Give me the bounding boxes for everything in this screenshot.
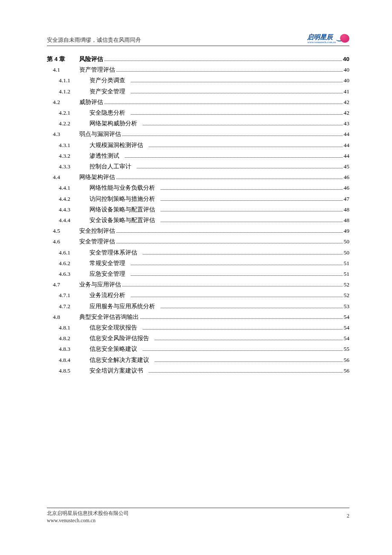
toc-leader-dots <box>161 217 343 222</box>
toc-entry: 4.6.2常规安全管理51 <box>47 258 349 269</box>
toc-entry: 4.3.1大规模漏洞检测评估44 <box>47 140 349 150</box>
toc-number: 第 4 章 <box>47 54 79 64</box>
toc-number: 4.6 <box>53 236 79 247</box>
toc-page-number: 51 <box>344 269 350 279</box>
toc-title: 安全设备策略与配置评估 <box>89 215 155 225</box>
toc-number: 4.4.2 <box>59 194 89 204</box>
toc-leader-dots <box>137 163 343 168</box>
document-page: 安全源自未雨绸缪，诚信贵在风雨同舟 启明星辰 www.venustech.com… <box>0 0 392 555</box>
toc-entry: 4.8.5安全培训方案建议书56 <box>47 365 349 376</box>
toc-leader-dots <box>116 239 343 244</box>
toc-leader-dots <box>155 335 343 340</box>
toc-entry: 4.4.2访问控制策略与措施分析47 <box>47 194 349 204</box>
toc-entry: 4.2威胁评估42 <box>47 97 349 107</box>
logo-icon <box>337 34 349 43</box>
toc-title: 业务与应用评估 <box>79 279 121 290</box>
toc-leader-dots <box>104 99 343 104</box>
toc-entry: 4.2.1安全隐患分析42 <box>47 107 349 118</box>
toc-number: 4.3.3 <box>59 161 89 172</box>
toc-leader-dots <box>116 174 343 179</box>
toc-leader-dots <box>161 196 343 201</box>
toc-entry: 4.6.1安全管理体系评估50 <box>47 247 349 258</box>
toc-title: 访问控制策略与措施分析 <box>89 194 155 204</box>
toc-title: 典型安全评估咨询输出 <box>79 312 139 322</box>
toc-leader-dots <box>161 206 343 211</box>
page-footer: 北京启明星辰信息技术股份有限公司 www.venustech.com.cn 2 <box>47 508 349 524</box>
toc-number: 4.8.1 <box>59 322 89 333</box>
toc-page-number: 46 <box>344 182 350 193</box>
toc-entry: 4.8.2信息安全风险评估报告54 <box>47 333 349 344</box>
toc-title: 安全管理评估 <box>79 236 115 247</box>
toc-leader-dots <box>161 185 343 190</box>
toc-entry: 4.8.4信息安全解决方案建议56 <box>47 355 349 365</box>
logo-url: www.venustech.com.cn <box>307 41 336 44</box>
toc-entry: 4.8典型安全评估咨询输出54 <box>47 312 349 322</box>
toc-title: 应急安全管理 <box>89 269 125 279</box>
toc-entry: 4.7业务与应用评估52 <box>47 279 349 290</box>
table-of-contents: 第 4 章风险评估404.1资产管理评估404.1.1资产分类调查404.1.2… <box>47 54 349 376</box>
toc-leader-dots <box>149 142 343 147</box>
toc-page-number: 45 <box>344 161 350 172</box>
toc-entry: 4.7.1业务流程分析52 <box>47 290 349 301</box>
toc-leader-dots <box>161 303 343 308</box>
toc-leader-dots <box>155 357 343 362</box>
toc-leader-dots <box>131 292 343 298</box>
toc-page-number: 41 <box>344 86 350 97</box>
toc-number: 4.1.1 <box>59 75 89 86</box>
toc-page-number: 46 <box>344 172 350 182</box>
toc-entry: 4.5安全控制评估49 <box>47 225 349 236</box>
toc-page-number: 53 <box>344 301 350 312</box>
toc-title: 威胁评估 <box>79 97 103 107</box>
toc-number: 4.3.1 <box>59 140 89 150</box>
toc-page-number: 40 <box>344 64 350 75</box>
toc-number: 4.8.5 <box>59 365 89 376</box>
toc-entry: 4.2.2网络架构威胁分析43 <box>47 118 349 129</box>
toc-page-number: 49 <box>344 225 350 236</box>
toc-title: 信息安全策略建议 <box>89 344 137 354</box>
toc-page-number: 43 <box>344 118 350 129</box>
toc-number: 4.8 <box>53 312 79 322</box>
toc-entry: 4.4.4安全设备策略与配置评估48 <box>47 215 349 225</box>
toc-title: 风险评估 <box>79 54 103 64</box>
toc-entry: 4.3弱点与漏洞评估44 <box>47 129 349 139</box>
toc-page-number: 56 <box>344 355 350 365</box>
toc-title: 弱点与漏洞评估 <box>79 129 121 139</box>
toc-number: 4.7.2 <box>59 301 89 312</box>
toc-number: 4.6.1 <box>59 247 89 258</box>
toc-number: 4.6.3 <box>59 269 89 279</box>
toc-entry: 4.4网络架构评估46 <box>47 172 349 182</box>
toc-leader-dots <box>143 324 343 330</box>
toc-page-number: 40 <box>343 54 349 64</box>
toc-number: 4.4.4 <box>59 215 89 225</box>
toc-page-number: 44 <box>344 140 350 150</box>
toc-number: 4.2.1 <box>59 107 89 118</box>
toc-title: 网络架构评估 <box>79 172 115 182</box>
toc-entry: 4.1.1资产分类调查40 <box>47 75 349 86</box>
toc-title: 大规模漏洞检测评估 <box>89 140 143 150</box>
toc-title: 安全培训方案建议书 <box>89 365 143 376</box>
toc-number: 4.3 <box>53 129 79 139</box>
toc-page-number: 52 <box>344 279 350 290</box>
toc-entry: 4.3.3控制台人工审计45 <box>47 161 349 172</box>
toc-number: 4.8.3 <box>59 344 89 354</box>
toc-leader-dots <box>122 281 343 286</box>
toc-entry: 4.1.2资产安全管理41 <box>47 86 349 97</box>
toc-entry: 4.8.1信息安全现状报告54 <box>47 322 349 333</box>
toc-title: 资产分类调查 <box>89 75 125 86</box>
toc-number: 4.4 <box>53 172 79 182</box>
toc-entry: 4.7.2应用服务与应用系统分析53 <box>47 301 349 312</box>
toc-title: 渗透性测试 <box>89 150 119 161</box>
toc-page-number: 40 <box>344 75 350 86</box>
toc-number: 4.4.3 <box>59 204 89 215</box>
toc-title: 网络性能与业务负载分析 <box>89 182 155 193</box>
toc-page-number: 56 <box>344 365 350 376</box>
toc-number: 4.1.2 <box>59 86 89 97</box>
toc-number: 4.7.1 <box>59 290 89 301</box>
toc-title: 常规安全管理 <box>89 258 125 269</box>
toc-title: 控制台人工审计 <box>89 161 131 172</box>
toc-leader-dots <box>122 131 343 136</box>
toc-entry: 4.4.3网络设备策略与配置评估48 <box>47 204 349 215</box>
footer-website: www.venustech.com.cn <box>47 517 129 524</box>
toc-entry: 4.1资产管理评估40 <box>47 64 349 75</box>
toc-title: 资产管理评估 <box>79 64 115 75</box>
